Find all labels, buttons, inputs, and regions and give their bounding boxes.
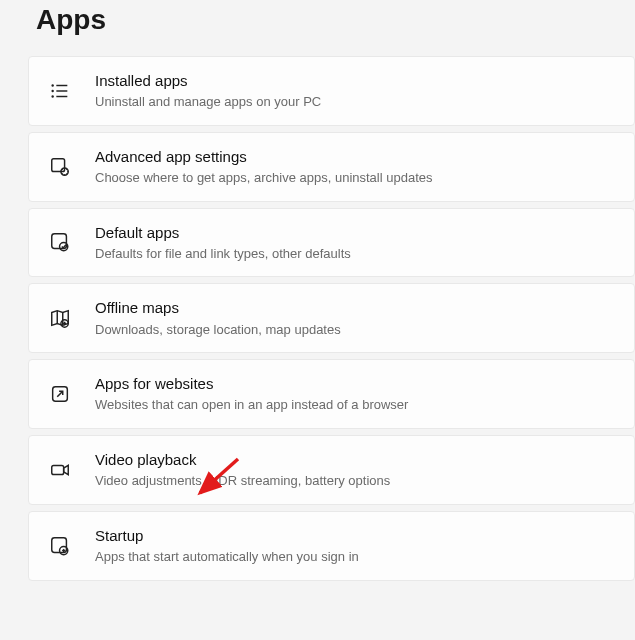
svg-point-4 <box>51 95 53 97</box>
list-icon <box>47 78 73 104</box>
svg-point-2 <box>51 90 53 92</box>
open-external-icon <box>47 381 73 407</box>
row-subtitle: Choose where to get apps, archive apps, … <box>95 169 433 187</box>
default-app-icon <box>47 229 73 255</box>
video-icon <box>47 457 73 483</box>
row-subtitle: Downloads, storage location, map updates <box>95 321 341 339</box>
row-default-apps[interactable]: Default apps Defaults for file and link … <box>28 208 635 278</box>
settings-list: Installed apps Uninstall and manage apps… <box>0 56 635 581</box>
map-icon <box>47 305 73 331</box>
row-advanced-app-settings[interactable]: Advanced app settings Choose where to ge… <box>28 132 635 202</box>
svg-point-0 <box>51 84 53 86</box>
row-apps-for-websites[interactable]: Apps for websites Websites that can open… <box>28 359 635 429</box>
row-subtitle: Video adjustments, HDR streaming, batter… <box>95 472 390 490</box>
row-subtitle: Uninstall and manage apps on your PC <box>95 93 321 111</box>
row-subtitle: Defaults for file and link types, other … <box>95 245 351 263</box>
row-title: Offline maps <box>95 298 341 318</box>
row-offline-maps[interactable]: Offline maps Downloads, storage location… <box>28 283 635 353</box>
row-title: Installed apps <box>95 71 321 91</box>
row-title: Video playback <box>95 450 390 470</box>
row-subtitle: Websites that can open in an app instead… <box>95 396 408 414</box>
startup-icon <box>47 533 73 559</box>
page-title: Apps <box>0 0 635 56</box>
row-video-playback[interactable]: Video playback Video adjustments, HDR st… <box>28 435 635 505</box>
row-title: Advanced app settings <box>95 147 433 167</box>
row-title: Apps for websites <box>95 374 408 394</box>
row-title: Startup <box>95 526 359 546</box>
row-title: Default apps <box>95 223 351 243</box>
row-installed-apps[interactable]: Installed apps Uninstall and manage apps… <box>28 56 635 126</box>
svg-rect-12 <box>52 465 64 474</box>
app-gear-icon <box>47 154 73 180</box>
row-startup[interactable]: Startup Apps that start automatically wh… <box>28 511 635 581</box>
row-subtitle: Apps that start automatically when you s… <box>95 548 359 566</box>
